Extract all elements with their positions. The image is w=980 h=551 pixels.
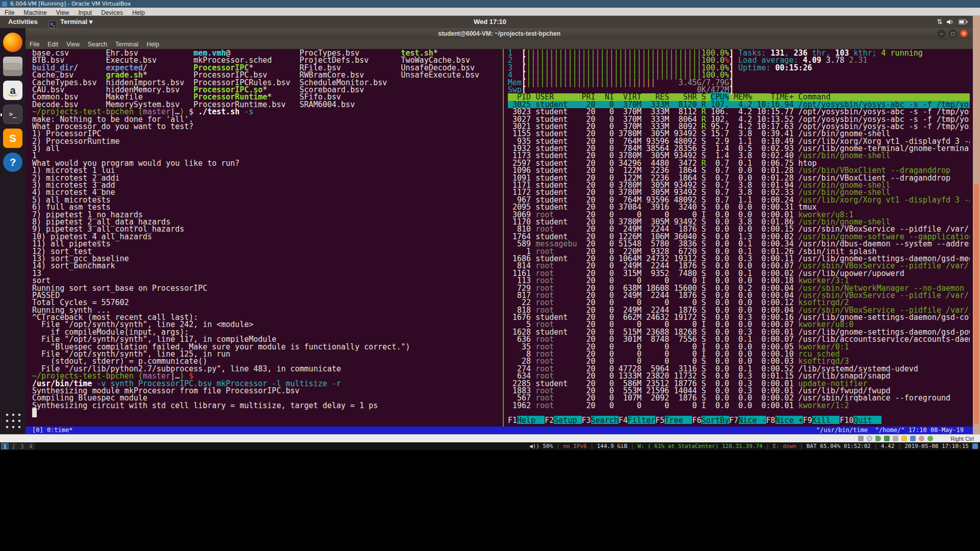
htop-function-bar: F1Help F2Setup F3SearchF4FilterF5Tree F6… bbox=[508, 417, 970, 424]
dock-item-help[interactable]: ? bbox=[3, 153, 22, 172]
chevron-down-icon: ▾ bbox=[89, 18, 93, 26]
activities-button[interactable]: Activities bbox=[5, 16, 41, 28]
minimize-button[interactable]: − bbox=[938, 30, 945, 37]
fkey-f8[interactable]: F8 bbox=[766, 416, 775, 424]
fkey-f4[interactable]: F4 bbox=[619, 416, 628, 424]
terminal-scrollbar[interactable] bbox=[973, 16, 980, 434]
workspace-1[interactable]: 1 bbox=[1, 443, 9, 449]
volume-icon bbox=[947, 19, 954, 25]
terminal-menu-search[interactable]: Search bbox=[84, 40, 111, 49]
htop-pane[interactable]: 1 [|||||||||||||||||||||||||||||||||||||… bbox=[508, 49, 970, 424]
status-separator: | bbox=[894, 443, 904, 449]
scrollbar-thumb[interactable] bbox=[974, 184, 979, 424]
network-status-icon[interactable] bbox=[884, 436, 890, 441]
vbox-device-icons[interactable] bbox=[858, 436, 933, 441]
terminal-line: 3) all bbox=[32, 145, 499, 152]
i3-status-segment: W: ( 61% at StataCenter) 128.31.39.74 bbox=[638, 443, 763, 449]
terminal-menu-terminal[interactable]: Terminal bbox=[111, 40, 142, 49]
fkey-f7[interactable]: F7 bbox=[729, 416, 739, 424]
shared-folder-status-icon[interactable] bbox=[901, 436, 907, 441]
battery-icon bbox=[959, 19, 968, 24]
terminal-menu-view[interactable]: View bbox=[62, 40, 84, 49]
fkey-label-nice[interactable]: Nice - bbox=[739, 416, 766, 424]
terminal-line: Synthesizing circuit with std cell libra… bbox=[32, 402, 499, 409]
i3-status-segment: BAT 65.04% 01:52:02 bbox=[806, 443, 871, 449]
usb-status-icon[interactable] bbox=[893, 436, 898, 441]
workspace-4[interactable]: 4 bbox=[27, 443, 35, 449]
terminal-line bbox=[32, 417, 499, 424]
app-menu-terminal[interactable]: >_Terminal ▾ bbox=[48, 16, 92, 28]
fkey-label-sortby[interactable]: SortBy bbox=[701, 416, 729, 424]
fkey-label-setup[interactable]: Setup bbox=[554, 416, 581, 424]
display-status-icon[interactable] bbox=[910, 436, 916, 441]
mouse-status-icon[interactable] bbox=[927, 436, 933, 441]
fkey-label-nice[interactable]: Nice + bbox=[775, 416, 803, 424]
help-icon: ? bbox=[3, 153, 22, 172]
system-status-area[interactable]: ⇅ ▾ bbox=[937, 16, 976, 28]
dock-item-files[interactable] bbox=[3, 57, 22, 76]
terminal-menu-edit[interactable]: Edit bbox=[43, 40, 62, 49]
i3-status-segment: ◀)) 50% bbox=[529, 443, 553, 449]
status-separator: | bbox=[871, 443, 881, 449]
status-separator: | bbox=[627, 443, 638, 449]
fkey-f1[interactable]: F1 bbox=[508, 416, 517, 424]
workspace-2[interactable]: 2 bbox=[10, 443, 17, 449]
fkey-f5[interactable]: F5 bbox=[655, 416, 665, 424]
i3-status-bar: 1234 ◀)) 50% | no IPv6 | 144.9 GiB | W: … bbox=[0, 442, 980, 450]
maximize-button[interactable]: □ bbox=[949, 30, 957, 37]
i3-status-segment: 4.42 bbox=[881, 443, 895, 449]
process-row[interactable]: 1962 root 20 0 0 0 0 I 0.0 0.0 0:00.01 k… bbox=[508, 402, 970, 409]
status-separator: | bbox=[763, 443, 773, 449]
i3-status-segment: 144.9 GiB bbox=[597, 443, 627, 449]
tmux-status-bar: [0] 0:time* "/usr/bin/time "/home/" 17:1… bbox=[26, 427, 973, 434]
fkey-f3[interactable]: F3 bbox=[582, 416, 591, 424]
ubuntu-dock: a>_S? bbox=[0, 28, 26, 434]
app-menu-label: Terminal bbox=[60, 18, 87, 26]
fkey-label-filter[interactable]: Filter bbox=[628, 416, 655, 424]
workspace-3[interactable]: 3 bbox=[18, 443, 26, 449]
fkey-f10[interactable]: F10 bbox=[840, 416, 853, 424]
fkey-f9[interactable]: F9 bbox=[803, 416, 812, 424]
dock-item-firefox[interactable] bbox=[3, 33, 22, 52]
terminal-content[interactable]: base.csv Ehr.bsv mem.vmh@ ProcTypes.bsv … bbox=[26, 49, 973, 427]
tray-icon[interactable] bbox=[972, 443, 978, 449]
optical-status-icon[interactable] bbox=[867, 436, 872, 441]
hdd-status-icon[interactable] bbox=[858, 436, 864, 441]
tmux-pane-divider[interactable] bbox=[503, 49, 504, 427]
dock-item-sublime-text[interactable]: S bbox=[3, 129, 22, 148]
fkey-label-search[interactable]: Search bbox=[591, 416, 619, 424]
recording-status-icon[interactable] bbox=[919, 436, 924, 441]
vbox-statusbar: Right Ctrl bbox=[0, 434, 980, 442]
terminal-line: 13 bbox=[32, 270, 499, 277]
window-controls: −□✕ bbox=[938, 30, 968, 37]
terminal-menu-help[interactable]: Help bbox=[142, 40, 163, 49]
terminal-line: 14) sort_benchmark bbox=[32, 262, 499, 269]
terminal-menu-file[interactable]: File bbox=[26, 40, 43, 49]
i3-status-text: ◀)) 50% | no IPv6 | 144.9 GiB | W: ( 61%… bbox=[529, 442, 969, 450]
fkey-f2[interactable]: F2 bbox=[545, 416, 554, 424]
show-applications-button[interactable] bbox=[3, 411, 22, 430]
dock-item-amazon[interactable]: a bbox=[3, 81, 22, 100]
i3-status-segment: no IPv6 bbox=[563, 443, 586, 449]
fkey-label-quit[interactable]: Quit bbox=[853, 416, 881, 424]
sublime-text-icon: S bbox=[3, 129, 22, 148]
terminal-icon: >_ bbox=[4, 105, 22, 123]
amazon-icon: a bbox=[3, 81, 22, 100]
topbar-clock[interactable]: Wed 17:10 bbox=[474, 16, 506, 28]
close-button[interactable]: ✕ bbox=[960, 30, 968, 37]
host-key-label: Right Ctrl bbox=[950, 435, 974, 443]
vbox-titlebar: 6.004-VM [Running] - Oracle VM VirtualBo… bbox=[0, 0, 980, 8]
status-separator: | bbox=[553, 443, 563, 449]
status-separator: | bbox=[587, 443, 597, 449]
fkey-f6[interactable]: F6 bbox=[692, 416, 701, 424]
audio-status-icon[interactable] bbox=[875, 436, 881, 441]
shell-pane[interactable]: base.csv Ehr.bsv mem.vmh@ ProcTypes.bsv … bbox=[32, 49, 499, 424]
fkey-label-help[interactable]: Help bbox=[517, 416, 545, 424]
fkey-label-tree[interactable]: Tree bbox=[665, 416, 692, 424]
dock-item-terminal[interactable]: >_ bbox=[3, 105, 22, 124]
files-icon bbox=[3, 57, 22, 76]
terminal-titlebar[interactable]: student@6004-VM: ~/projects-test-bpchen … bbox=[26, 28, 973, 40]
fkey-label-kill[interactable]: Kill bbox=[812, 416, 840, 424]
tmux-window-list[interactable]: [0] 0:time* bbox=[32, 427, 72, 434]
firefox-icon bbox=[3, 33, 22, 52]
